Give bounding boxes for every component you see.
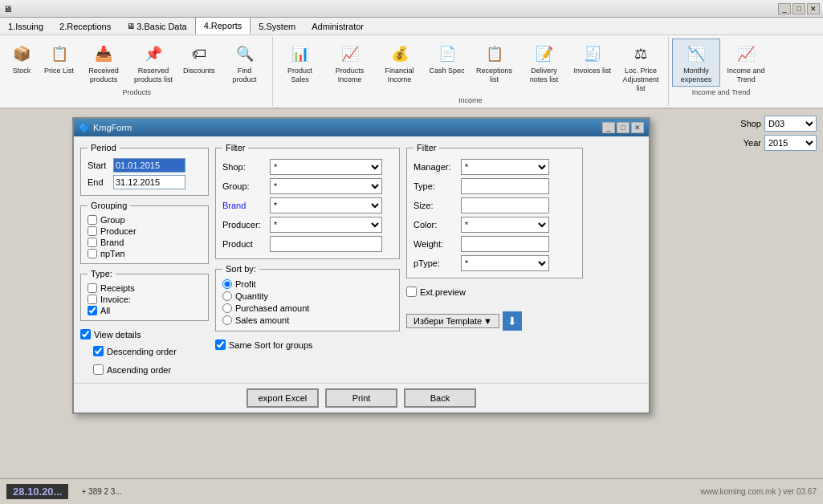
prtype-checkbox[interactable] xyxy=(88,249,97,258)
receptions-list-icon: 📋 xyxy=(482,41,507,67)
purchased-amount-label: Purchased amount xyxy=(235,303,309,313)
find-product-label: Find product xyxy=(225,67,265,84)
type-fieldset: Type: Receipts Invoice: All xyxy=(80,269,209,321)
template-button[interactable]: Избери Template ▼ xyxy=(406,314,499,328)
received-products-button[interactable]: 📥 Received products xyxy=(79,39,128,87)
type-legend: Type: xyxy=(88,269,116,278)
ext-preview-label: Ext.preview xyxy=(420,287,466,297)
sales-amount-label: Sales amount xyxy=(235,315,289,325)
monthly-expenses-label: Monthly expenses xyxy=(676,67,716,84)
end-label: End xyxy=(88,177,110,187)
group-filter-select[interactable]: * xyxy=(270,178,382,194)
app-icon: 🖥 xyxy=(3,4,12,14)
receptions-list-button[interactable]: 📋 Receptions list xyxy=(471,39,519,95)
receipts-checkbox[interactable] xyxy=(88,283,97,293)
income-trend-button[interactable]: 📈 Income and Trend xyxy=(722,39,770,87)
dialog-close-button[interactable]: ✕ xyxy=(631,122,644,133)
quantity-radio[interactable] xyxy=(222,291,232,301)
income-section-label: Income xyxy=(458,96,483,104)
reserved-products-icon: 📌 xyxy=(141,41,166,67)
discounts-button[interactable]: 🏷 Discounts xyxy=(179,39,219,87)
same-sort-checkbox[interactable] xyxy=(215,339,226,350)
price-list-button[interactable]: 📋 Price List xyxy=(40,39,78,87)
menu-item-basic-data[interactable]: 🖥 3.Basic Data xyxy=(119,18,194,35)
dialog-minimize-button[interactable]: _ xyxy=(602,122,615,133)
ascending-checkbox[interactable] xyxy=(93,364,104,375)
date-display: 28.10.20... xyxy=(6,484,68,499)
price-list-icon: 📋 xyxy=(47,41,72,67)
cash-spec-button[interactable]: 📄 Cash Spec xyxy=(426,39,469,95)
financial-income-label: Financial Income xyxy=(380,67,420,84)
menu-item-reports[interactable]: 4.Reports xyxy=(195,18,251,35)
producer-filter-select[interactable]: * xyxy=(270,217,382,233)
template-download-button[interactable]: ⬇ xyxy=(503,311,522,331)
minimize-button[interactable]: _ xyxy=(778,3,791,14)
download-icon: ⬇ xyxy=(507,315,517,327)
invoice-checkbox[interactable] xyxy=(88,295,97,304)
color-select[interactable]: * xyxy=(461,217,549,233)
brand-checkbox[interactable] xyxy=(88,238,97,247)
same-sort-label: Same Sort for groups xyxy=(229,340,313,350)
type-filter-input[interactable] xyxy=(461,178,549,194)
dialog-maximize-button[interactable]: □ xyxy=(617,122,629,133)
left-column: Period Start End Grouping Group xyxy=(80,143,209,376)
financial-income-button[interactable]: 💰 Financial Income xyxy=(376,39,424,95)
product-sales-icon: 📊 xyxy=(287,41,313,67)
menu-item-issuing[interactable]: 1.Issuing xyxy=(0,18,51,35)
shop-label: Shop xyxy=(733,119,761,128)
stock-button[interactable]: 📦 Stock xyxy=(5,39,39,87)
profit-radio[interactable] xyxy=(222,279,232,289)
all-checkbox[interactable] xyxy=(88,306,97,315)
filter1-fieldset: Filter Shop: * Group: * Brand xyxy=(215,143,400,259)
reserved-products-button[interactable]: 📌 Reserved products list xyxy=(129,39,177,87)
period-legend: Period xyxy=(88,143,120,152)
producer-label: Producer xyxy=(100,226,136,236)
close-button[interactable]: ✕ xyxy=(807,3,820,14)
ext-preview-checkbox[interactable] xyxy=(406,287,417,297)
menu-item-basic-data-label: 3.Basic Data xyxy=(136,22,186,31)
invoices-list-button[interactable]: 🧾 Invoices list xyxy=(570,39,616,95)
same-sort-row: Same Sort for groups xyxy=(215,339,400,350)
start-date-input[interactable] xyxy=(113,158,185,173)
product-sales-button[interactable]: 📊 Product Sales xyxy=(276,39,324,95)
ptype-label: pType: xyxy=(414,258,458,268)
financial-income-icon: 💰 xyxy=(387,41,413,67)
end-date-input[interactable] xyxy=(113,175,185,189)
menu-item-system[interactable]: 5.System xyxy=(251,18,304,35)
group-checkbox[interactable] xyxy=(88,215,97,225)
shop-select[interactable]: D03 xyxy=(764,116,817,132)
cash-spec-label: Cash Spec xyxy=(430,67,465,75)
descending-checkbox[interactable] xyxy=(93,346,104,356)
menu-bar: 1.Issuing 2.Receptions 🖥 3.Basic Data 4.… xyxy=(0,18,823,35)
income-trend-label: Income and Trend xyxy=(726,67,766,84)
products-income-button[interactable]: 📈 Products Income xyxy=(326,39,374,95)
menu-item-administrator[interactable]: Administrator xyxy=(304,18,372,35)
back-button[interactable]: Back xyxy=(404,388,476,408)
manager-select[interactable]: * xyxy=(461,159,549,175)
ptype-select[interactable]: * xyxy=(461,255,549,271)
toolbar-products-section: 📦 Stock 📋 Price List 📥 Received products… xyxy=(2,37,273,106)
monthly-expenses-button[interactable]: 📉 Monthly expenses xyxy=(672,39,720,87)
loc-price-adj-button[interactable]: ⚖ Loc. Price Adjustment list xyxy=(617,39,665,95)
view-details-checkbox[interactable] xyxy=(80,329,91,339)
size-input[interactable] xyxy=(461,197,549,213)
year-select[interactable]: 2015 xyxy=(764,135,817,151)
export-excel-button[interactable]: export Excel xyxy=(246,388,319,408)
find-product-button[interactable]: 🔍 Find product xyxy=(221,39,269,87)
maximize-button[interactable]: □ xyxy=(792,3,805,14)
product-filter-input[interactable] xyxy=(270,236,382,252)
menu-item-receptions[interactable]: 2.Receptions xyxy=(51,18,119,35)
received-products-label: Received products xyxy=(84,67,124,84)
producer-checkbox[interactable] xyxy=(88,226,97,236)
products-income-label: Products Income xyxy=(330,67,370,84)
shop-filter-select[interactable]: * xyxy=(270,159,382,175)
brand-filter-select[interactable]: * xyxy=(270,197,382,213)
sales-amount-radio[interactable] xyxy=(222,315,232,325)
purchased-amount-radio[interactable] xyxy=(222,303,232,313)
descending-label: Descending order xyxy=(107,347,177,356)
weight-input[interactable] xyxy=(461,236,549,252)
dialog-titlebar: 🔷 KmgForm _ □ ✕ xyxy=(74,119,649,136)
filter2-legend: Filter xyxy=(414,143,439,152)
delivery-notes-button[interactable]: 📝 Delivery notes list xyxy=(520,39,568,95)
print-button[interactable]: Print xyxy=(325,388,397,408)
